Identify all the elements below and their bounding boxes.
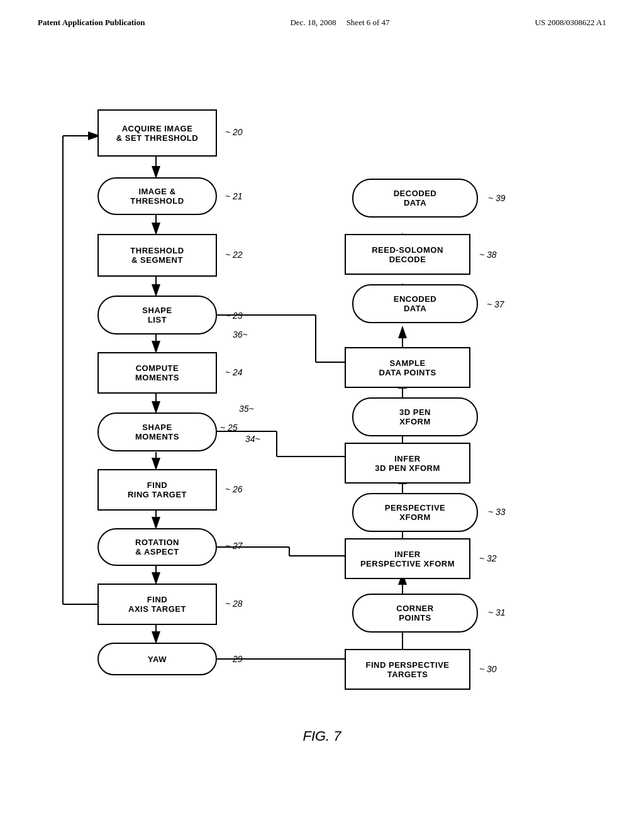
connectors-svg (0, 40, 644, 763)
label-24: ~ 24 (225, 367, 243, 377)
node-sample-data: SAMPLEDATA POINTS (345, 347, 470, 388)
node-encoded-data: ENCODEDDATA (352, 284, 478, 323)
node-yaw: YAW (97, 643, 217, 675)
node-perspective-xform: PERSPECTIVEXFORM (352, 493, 478, 532)
node-reed-solomon: REED-SOLOMONDECODE (345, 234, 470, 275)
node-3d-pen-xform: 3D PENXFORM (352, 397, 478, 436)
header-left: Patent Application Publication (38, 18, 145, 28)
page-header: Patent Application Publication Dec. 18, … (0, 0, 644, 28)
label-33: ~ 33 (488, 507, 506, 517)
node-infer-3d: INFER3D PEN XFORM (345, 443, 470, 484)
label-36: 36~ (233, 329, 248, 340)
node-shape-moments: SHAPEMOMENTS (97, 412, 217, 451)
node-image-threshold: IMAGE &THRESHOLD (97, 177, 217, 215)
label-31: ~ 31 (488, 607, 506, 617)
label-39: ~ 39 (488, 193, 506, 203)
label-22: ~ 22 (225, 250, 243, 260)
node-find-ring-target: FINDRING TARGET (97, 469, 217, 511)
label-30: ~ 30 (479, 664, 497, 674)
label-37: ~ 37 (487, 299, 504, 309)
node-decoded-data: DECODEDDATA (352, 179, 478, 218)
node-shape-list: SHAPELIST (97, 296, 217, 335)
label-25: ~ 25 (220, 423, 238, 433)
label-32: ~ 32 (479, 553, 497, 563)
node-rotation-aspect: ROTATION& ASPECT (97, 528, 217, 566)
node-compute-moments: COMPUTEMOMENTS (97, 352, 217, 394)
node-infer-perspective: INFERPERSPECTIVE XFORM (345, 538, 470, 579)
node-corner-points: CORNERPOINTS (352, 594, 478, 633)
figure-caption: FIG. 7 (303, 728, 341, 744)
node-find-axis-target: FINDAXIS TARGET (97, 584, 217, 625)
label-26: ~ 26 (225, 484, 243, 494)
node-acquire-image: ACQUIRE IMAGE& SET THRESHOLD (97, 109, 217, 157)
diagram-area: ACQUIRE IMAGE& SET THRESHOLD ~ 20 IMAGE … (0, 40, 644, 763)
label-38: ~ 38 (479, 250, 497, 260)
label-21: ~ 21 (225, 191, 243, 201)
node-threshold-segment: THRESHOLD& SEGMENT (97, 234, 217, 277)
label-20: ~ 20 (225, 127, 243, 137)
label-23: ~ 23 (225, 311, 243, 321)
page: Patent Application Publication Dec. 18, … (0, 0, 644, 830)
label-29: ~ 29 (225, 654, 243, 664)
label-27: ~ 27 (225, 541, 243, 551)
header-center: Dec. 18, 2008 Sheet 6 of 47 (290, 18, 389, 28)
node-find-perspective: FIND PERSPECTIVETARGETS (345, 649, 470, 690)
label-28: ~ 28 (225, 599, 243, 609)
header-right: US 2008/0308622 A1 (535, 18, 606, 28)
label-35: 35~ (239, 404, 254, 414)
label-34: 34~ (245, 434, 260, 444)
